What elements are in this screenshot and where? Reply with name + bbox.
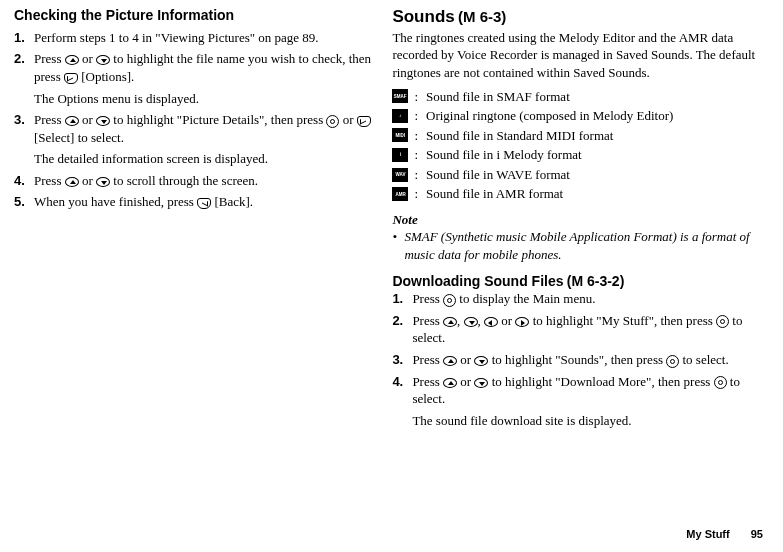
colon: :: [414, 146, 418, 164]
right-icon: [515, 317, 529, 327]
text: Press: [412, 291, 443, 306]
step-4: 4. Press or to scroll through the screen…: [14, 172, 376, 190]
step-2: 2. Press or to highlight the file name y…: [14, 50, 376, 85]
sounds-title: Sounds: [392, 7, 454, 26]
amr-icon: AMR: [392, 187, 408, 201]
step-body: Press or to highlight "Picture Details",…: [34, 111, 376, 146]
text: Press: [412, 352, 443, 367]
step-body: Press to display the Main menu.: [412, 290, 770, 308]
text: to highlight "My Stuff", then press: [529, 313, 716, 328]
page-footer: My Stuff 95: [686, 527, 763, 542]
text: to highlight "Sounds", then press: [488, 352, 666, 367]
format-row: MIDI:Sound file in Standard MIDI format: [392, 127, 770, 145]
colon: :: [414, 166, 418, 184]
format-desc: Sound file in Standard MIDI format: [426, 127, 613, 145]
text: Press: [412, 313, 443, 328]
step-body: Perform steps 1 to 4 in "Viewing Picture…: [34, 29, 376, 47]
up-icon: [443, 356, 457, 366]
text: to display the Main menu.: [456, 291, 595, 306]
step-num: 4.: [14, 172, 34, 190]
step-sub: The sound file download site is displaye…: [412, 412, 770, 430]
step-num: 1.: [14, 29, 34, 47]
down-icon: [474, 378, 488, 388]
step-body: Press , , or to highlight "My Stuff", th…: [412, 312, 770, 347]
down-icon: [96, 177, 110, 187]
text: Press: [34, 112, 65, 127]
text: or: [339, 112, 356, 127]
step-body: Press or to scroll through the screen.: [34, 172, 376, 190]
colon: :: [414, 107, 418, 125]
format-desc: Sound file in SMAF format: [426, 88, 570, 106]
step-num: 3.: [392, 351, 412, 369]
step-num: 2.: [14, 50, 34, 85]
step-num: 5.: [14, 193, 34, 211]
step-sub: The detailed information screen is displ…: [34, 150, 376, 168]
step-num: 3.: [14, 111, 34, 146]
footer-label: My Stuff: [686, 528, 729, 540]
text: Press: [34, 51, 65, 66]
dstep-2: 2. Press , , or to highlight "My Stuff",…: [392, 312, 770, 347]
step-sub: The Options menu is displayed.: [34, 90, 376, 108]
text: or: [79, 173, 96, 188]
original-icon: ♪: [392, 109, 408, 123]
imelody-icon: i: [392, 148, 408, 162]
step-num: 4.: [392, 373, 412, 408]
wav-icon: WAV: [392, 168, 408, 182]
download-code: (M 6-3-2): [567, 273, 625, 289]
softkey-a-icon: [357, 116, 371, 127]
footer-page: 95: [751, 528, 763, 540]
text: [Select] to select.: [34, 130, 124, 145]
format-desc: Sound file in AMR format: [426, 185, 563, 203]
text: [Options].: [78, 69, 134, 84]
sounds-intro: The ringtones created using the Melody E…: [392, 29, 770, 82]
step-body: Press or to highlight "Sounds", then pre…: [412, 351, 770, 369]
note-body: • SMAF (Synthetic music Mobile Applicati…: [392, 228, 770, 263]
softkey-a-icon: [64, 73, 78, 84]
up-icon: [65, 177, 79, 187]
text: When you have finished, press: [34, 194, 197, 209]
format-row: ♪:Original ringtone (composed in Melody …: [392, 107, 770, 125]
step-num: 1.: [392, 290, 412, 308]
note-text: SMAF (Synthetic music Mobile Application…: [404, 228, 770, 263]
smaf-icon: SMAF: [392, 89, 408, 103]
dstep-4: 4. Press or to highlight "Download More"…: [392, 373, 770, 408]
format-desc: Sound file in WAVE format: [426, 166, 570, 184]
softkey-c-icon: [197, 198, 211, 209]
menu-code: (M 6-3): [458, 8, 506, 25]
text: or: [498, 313, 515, 328]
step-3: 3. Press or to highlight "Picture Detail…: [14, 111, 376, 146]
dstep-1: 1. Press to display the Main menu.: [392, 290, 770, 308]
step-1: 1. Perform steps 1 to 4 in "Viewing Pict…: [14, 29, 376, 47]
text: to highlight "Download More", then press: [488, 374, 713, 389]
format-row: AMR:Sound file in AMR format: [392, 185, 770, 203]
up-icon: [65, 116, 79, 126]
left-section-title: Checking the Picture Information: [14, 6, 376, 25]
center-button-icon: [326, 115, 339, 128]
down-icon: [96, 55, 110, 65]
colon: :: [414, 185, 418, 203]
text: to highlight "Picture Details", then pre…: [110, 112, 326, 127]
text: or: [79, 51, 96, 66]
dstep-3: 3. Press or to highlight "Sounds", then …: [392, 351, 770, 369]
down-icon: [474, 356, 488, 366]
colon: :: [414, 127, 418, 145]
up-icon: [443, 317, 457, 327]
format-row: WAV:Sound file in WAVE format: [392, 166, 770, 184]
text: Press: [412, 374, 443, 389]
center-button-icon: [443, 294, 456, 307]
bullet: •: [392, 228, 404, 263]
text: or: [457, 352, 474, 367]
step-5: 5. When you have finished, press [Back].: [14, 193, 376, 211]
format-row: SMAF:Sound file in SMAF format: [392, 88, 770, 106]
text: or: [457, 374, 474, 389]
format-desc: Original ringtone (composed in Melody Ed…: [426, 107, 673, 125]
left-icon: [484, 317, 498, 327]
down-icon: [464, 317, 478, 327]
note-title: Note: [392, 211, 770, 229]
center-button-icon: [666, 355, 679, 368]
text: to scroll through the screen.: [110, 173, 258, 188]
up-icon: [65, 55, 79, 65]
format-row: i:Sound file in i Melody format: [392, 146, 770, 164]
midi-icon: MIDI: [392, 128, 408, 142]
download-title: Downloading Sound Files: [392, 273, 563, 289]
